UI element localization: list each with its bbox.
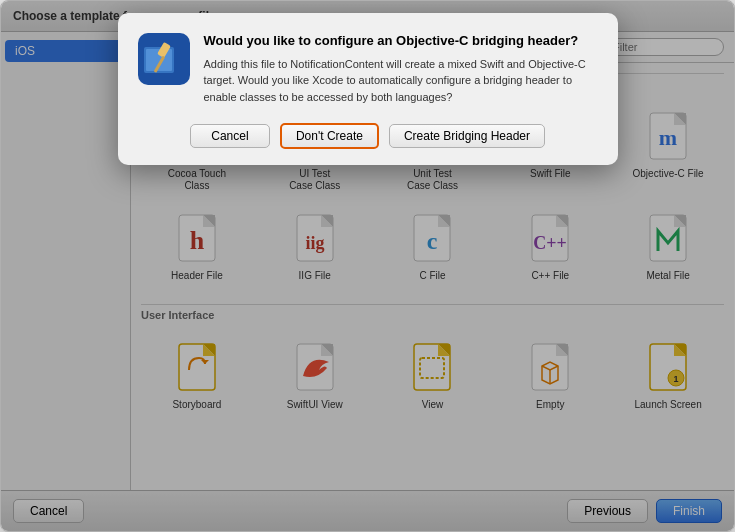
- dialog-title: Would you like to configure an Objective…: [204, 33, 598, 50]
- xcode-icon: [138, 33, 190, 85]
- dialog-dont-create-button[interactable]: Don't Create: [280, 123, 379, 149]
- dialog-header: Would you like to configure an Objective…: [138, 33, 598, 105]
- dialog-box: Would you like to configure an Objective…: [118, 13, 618, 165]
- dialog-cancel-button[interactable]: Cancel: [190, 124, 270, 148]
- main-window: Choose a template for your new file: iOS…: [0, 0, 735, 532]
- dialog-body: Adding this file to NotificationContent …: [204, 56, 598, 106]
- dialog-overlay: Would you like to configure an Objective…: [1, 1, 734, 531]
- dialog-buttons: Cancel Don't Create Create Bridging Head…: [138, 123, 598, 149]
- dialog-create-bridging-button[interactable]: Create Bridging Header: [389, 124, 545, 148]
- dialog-text-area: Would you like to configure an Objective…: [204, 33, 598, 105]
